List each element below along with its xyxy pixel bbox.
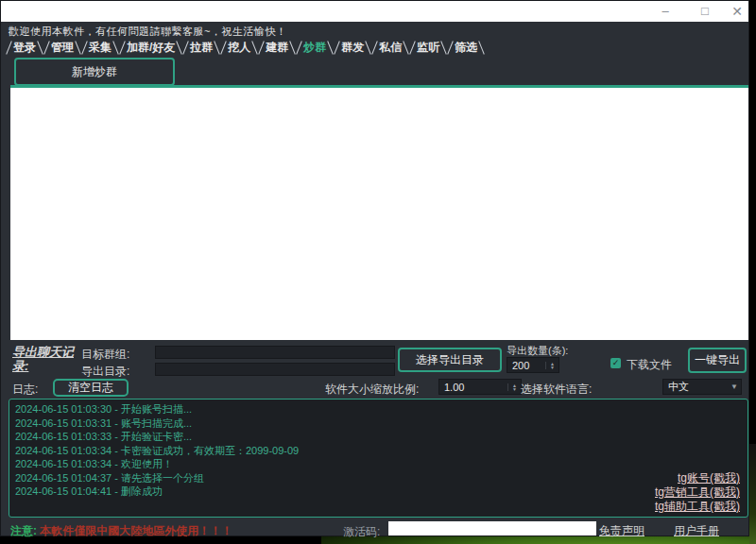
tab-slash-icon [479,41,486,54]
tab-label: 加群/好友 [127,40,175,56]
language-label: 选择软件语言: [521,382,592,398]
tab-slash-icon [112,41,119,54]
download-file-checkbox[interactable]: ✓ [610,358,621,368]
scale-label: 软件大小缩放比例: [325,382,419,398]
log-entry: 2024-06-15 01:03:33 - 开始验证卡密... [15,430,742,444]
tab-4[interactable]: 拉群 [182,38,220,57]
tab-10[interactable]: 监听 [409,38,447,57]
close-button[interactable]: ✕ [725,3,749,20]
notice-text: 本軟件僅限中國大陸地區外使用！！！ [37,524,232,537]
desktop-wallpaper-edge [749,444,756,544]
tab-label: 筛选 [455,40,477,56]
activation-code-input[interactable] [388,521,596,536]
tg-promo-link[interactable]: tg账号(戳我) [655,471,740,485]
welcome-message: 歡迎使用本軟件，有任何問題請聯繫客服~，祝生活愉快！ [9,25,286,39]
title-bar: – □ ✕ [1,1,748,22]
log-entry: 2024-06-15 01:03:31 - 账号扫描完成... [15,416,742,431]
tab-label: 挖人 [228,40,250,56]
log-entry: 2024-06-15 01:04:37 - 请先选择一个分组 [15,471,742,485]
export-count-label: 导出数量(条): [507,344,568,358]
export-dir-label: 导出目录: [81,364,129,380]
tab-slash-icon [372,41,379,54]
scale-value: 1.00 [439,382,507,393]
one-click-export-button[interactable]: 一键导出 [688,348,747,373]
maximize-button[interactable]: □ [693,3,717,20]
tab-8[interactable]: 群发 [334,38,371,57]
target-group-label: 目标群组: [81,347,129,363]
region-notice: 注意: 本軟件僅限中國大陸地區外使用！！！ [10,523,232,539]
tg-promo-link[interactable]: tg营销工具(戳我) [655,485,740,500]
tab-slash-icon [43,41,50,54]
notice-prefix: 注意: [10,524,37,537]
log-label: 日志: [12,382,38,398]
log-lines: 2024-06-15 01:03:30 - 开始账号扫描...2024-06-1… [15,402,742,499]
tab-label: 炒群 [303,40,326,56]
user-manual-link[interactable]: 用户手册 [674,523,719,539]
download-file-label: 下载文件 [627,357,672,373]
tab-slash-icon [177,41,183,54]
tab-1[interactable]: 管理 [43,38,81,57]
choose-export-dir-button[interactable]: 选择导出目录 [398,348,502,372]
tab-slash-icon [37,41,43,54]
target-group-input[interactable] [155,346,395,359]
tab-slash-icon [259,41,266,54]
chevron-down-icon: ▼ [728,382,741,391]
tab-slash-icon [410,41,417,54]
export-dir-input[interactable] [155,363,395,376]
tab-label: 拉群 [190,40,213,56]
tab-7[interactable]: 炒群 [296,38,334,57]
tab-slash-icon [75,41,81,54]
tab-bar: 登录管理采集加群/好友拉群挖人建群炒群群发私信监听筛选 [6,38,485,57]
tab-0[interactable]: 登录 [6,38,43,57]
tab-slash-icon [221,41,228,54]
tab-5[interactable]: 挖人 [220,38,258,57]
tab-slash-icon [366,41,372,54]
content-table-area[interactable] [10,85,748,340]
tab-slash-icon [119,41,126,54]
tab-slash-icon [252,41,259,54]
tab-label: 建群 [266,40,288,56]
tab-slash-icon [297,41,303,54]
log-console[interactable]: 2024-06-15 01:03:30 - 开始账号扫描...2024-06-1… [9,399,748,518]
minimize-button[interactable]: – [653,3,678,20]
tab-slash-icon [448,41,455,54]
tab-2[interactable]: 采集 [81,38,119,57]
scale-spinner[interactable]: 1.00 ▲▼ [438,379,522,395]
tab-slash-icon [335,41,341,54]
tab-11[interactable]: 筛选 [447,38,485,57]
tab-label: 管理 [51,40,74,56]
log-entry: 2024-06-15 01:03:30 - 开始账号扫描... [15,402,742,416]
export-count-spinner[interactable]: 200 ▲▼ [507,357,559,373]
tg-promo-link[interactable]: tg辅助工具(戳我) [655,500,740,514]
tab-label: 监听 [417,40,439,56]
spinner-arrows-icon[interactable]: ▲▼ [545,362,558,369]
tab-slash-icon [441,41,448,54]
export-chat-record-link[interactable]: 导出聊天记录: [12,345,84,373]
log-entry: 2024-06-15 01:03:34 - 卡密验证成功，有效期至：2099-0… [15,444,742,458]
tab-6[interactable]: 建群 [258,38,296,57]
new-chaoqun-button[interactable]: 新增炒群 [14,58,175,86]
tab-slash-icon [404,41,410,54]
log-entry: 2024-06-15 01:03:34 - 欢迎使用！ [15,457,742,471]
clear-log-button[interactable]: 清空日志 [53,379,129,397]
tab-slash-icon [290,41,297,54]
tab-slash-icon [6,41,12,54]
tab-label: 群发 [341,40,364,56]
tab-slash-icon [183,41,190,54]
log-entry: 2024-06-15 01:04:41 - 删除成功 [15,484,742,499]
tab-label: 登录 [13,40,36,56]
activation-code-label: 激活码: [343,524,380,540]
export-count-value: 200 [507,360,545,371]
tg-links: tg账号(戳我)tg营销工具(戳我)tg辅助工具(戳我) [655,471,740,514]
tab-9[interactable]: 私信 [371,38,409,57]
tab-label: 私信 [379,40,402,56]
disclaimer-link[interactable]: 免责声明 [599,523,644,539]
app-window: – □ ✕ 歡迎使用本軟件，有任何問題請聯繫客服~，祝生活愉快！ 登录管理采集加… [0,0,749,536]
tab-slash-icon [81,41,88,54]
language-value: 中文 [663,380,728,394]
language-dropdown[interactable]: 中文 ▼ [662,379,742,395]
spinner-arrows-icon[interactable]: ▲▼ [507,383,521,391]
tab-3[interactable]: 加群/好友 [119,38,182,57]
tab-slash-icon [328,41,335,54]
tab-label: 采集 [89,40,112,56]
